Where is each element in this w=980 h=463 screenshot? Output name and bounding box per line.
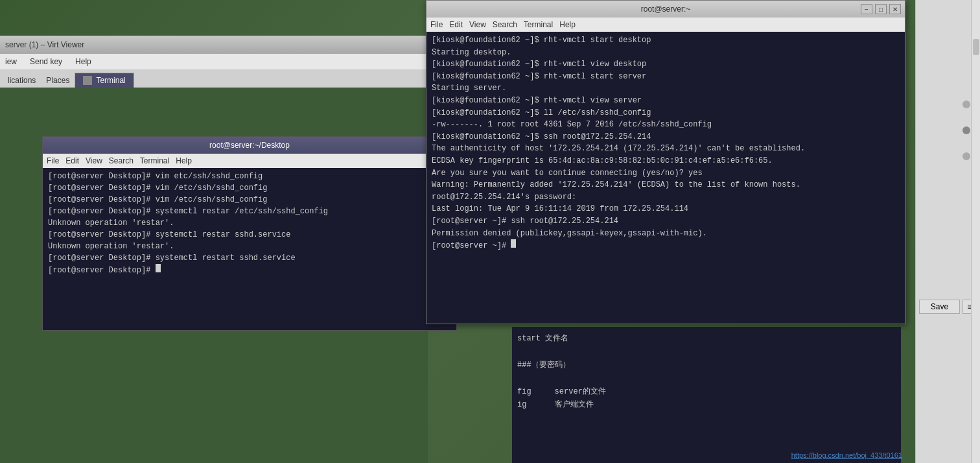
root-line-18: [root@server ~]#: [432, 239, 900, 252]
root-line-2: Starting desktop.: [432, 47, 900, 59]
terminal-root-title: root@server:~: [641, 5, 691, 14]
terminal-line-1: [root@server Desktop]# vim etc/ssh/sshd_…: [48, 171, 451, 182]
root-line-16: [root@server ~]# ssh root@172.25.254.214: [432, 215, 900, 228]
terminal-desktop-title: root@server:~/Desktop: [209, 141, 290, 150]
root-line-9: [kiosk@foundation62 ~]$ ssh root@172.25.…: [432, 131, 900, 143]
virt-viewer-menu-view[interactable]: iew: [3, 56, 19, 67]
terminal-line-8: [root@server Desktop]# systemctl restart…: [48, 252, 451, 264]
bottom-line-6: ig 客户端文件: [517, 398, 896, 411]
root-line-3: [kiosk@foundation62 ~]$ rht-vmctl view d…: [432, 58, 900, 71]
tab-applications[interactable]: lications: [3, 73, 41, 88]
maximize-button[interactable]: □: [875, 4, 887, 14]
terminal-root-titlebar: root@server:~ − □ ✕: [426, 1, 905, 18]
terminal-line-4: [root@server Desktop]# systemctl restar …: [48, 206, 451, 217]
terminal-line-6: [root@server Desktop]# systemctl restar …: [48, 229, 451, 241]
virt-viewer-titlebar: server (1) – Virt Viewer: [0, 36, 428, 54]
terminal-line-7: Unknown operation 'restar'.: [48, 241, 451, 252]
terminal-desktop-menu-edit[interactable]: Edit: [65, 156, 79, 165]
bottom-panel: start 文件名 ###（要密码） fig server的文件 ig 客户端文…: [512, 327, 901, 463]
root-line-17: Permission denied (publickey,gssapi-keye…: [432, 228, 900, 240]
terminal-tab-icon: [83, 76, 92, 85]
blog-link[interactable]: https://blog.csdn.net/boj_433/t0161: [791, 451, 902, 459]
root-line-12: Are you sure you want to continue connec…: [432, 167, 900, 180]
terminal-desktop-menu-file[interactable]: File: [47, 156, 59, 165]
terminal-root-menu-edit[interactable]: Edit: [449, 20, 463, 29]
scrollbar-thumb[interactable]: [973, 39, 979, 55]
root-line-6: [kiosk@foundation62 ~]$ rht-vmctl view s…: [432, 95, 900, 107]
terminal-desktop-window: root@server:~/Desktop File Edit View Sea…: [42, 136, 457, 331]
bottom-line-3: ###（要密码）: [517, 359, 896, 372]
bottom-line-4: [517, 372, 896, 385]
terminal-root-menu-file[interactable]: File: [430, 20, 443, 29]
terminal-desktop-menu-view[interactable]: View: [86, 156, 102, 165]
terminal-line-3: [root@server Desktop]# vim /etc/ssh/sshd…: [48, 194, 451, 206]
root-line-11: ECDSA key fingerprint is 65:4d:ac:8a:c9:…: [432, 155, 900, 167]
root-line-5: Starting server.: [432, 82, 900, 95]
root-line-4: [kiosk@foundation62 ~]$ rht-vmctl start …: [432, 71, 900, 83]
root-line-15: Last login: Tue Apr 9 16:11:14 2019 from…: [432, 203, 900, 215]
tab-terminal-label: Terminal: [96, 76, 125, 85]
terminal-root-menu-help[interactable]: Help: [559, 20, 576, 29]
tab-places[interactable]: Places: [41, 73, 75, 88]
terminal-root-menubar: File Edit View Search Terminal Help: [426, 18, 905, 32]
titlebar-buttons: − □ ✕: [861, 4, 901, 14]
root-line-7: [kiosk@foundation62 ~]$ ll /etc/ssh/sshd…: [432, 107, 900, 119]
tab-terminal[interactable]: Terminal: [75, 73, 134, 88]
virt-viewer-title: server (1) – Virt Viewer: [5, 40, 84, 49]
terminal-line-2: [root@server Desktop]# vim /etc/ssh/sshd…: [48, 182, 451, 194]
desktop: 🏠 home 🗑 Trash server (1) – Virt Viewer …: [0, 0, 980, 463]
virt-viewer-menubar: iew Send key Help: [0, 54, 428, 69]
slider-dot-3[interactable]: [962, 152, 970, 160]
terminal-root-menu-view[interactable]: View: [469, 20, 486, 29]
virt-viewer-menu-help[interactable]: Help: [73, 56, 94, 67]
terminal-desktop-menu-terminal[interactable]: Terminal: [140, 156, 169, 165]
root-line-13: Warning: Permanently added '172.25.254.2…: [432, 179, 900, 191]
virt-viewer-tabs: lications Places Terminal: [0, 69, 428, 88]
terminal-root-menu-terminal[interactable]: Terminal: [524, 20, 553, 29]
save-button[interactable]: Save: [919, 300, 960, 314]
scrollbar-track: [971, 0, 980, 463]
terminal-root-window: root@server:~ − □ ✕ File Edit View Searc…: [426, 0, 905, 324]
root-line-1: [kiosk@foundation62 ~]$ rht-vmctl start …: [432, 34, 900, 47]
terminal-desktop-titlebar: root@server:~/Desktop: [43, 137, 456, 154]
bottom-line-5: fig server的文件: [517, 385, 896, 398]
terminal-desktop-content[interactable]: [root@server Desktop]# vim etc/ssh/sshd_…: [43, 168, 456, 330]
terminal-line-5: Unknown operation 'restar'.: [48, 217, 451, 229]
terminal-line-9: [root@server Desktop]#: [48, 264, 451, 276]
root-line-14: root@172.25.254.214's password:: [432, 191, 900, 204]
terminal-root-content[interactable]: [kiosk@foundation62 ~]$ rht-vmctl start …: [426, 32, 905, 324]
virt-viewer-menu-sendkey[interactable]: Send key: [27, 56, 65, 67]
terminal-desktop-menu-help[interactable]: Help: [176, 156, 192, 165]
slider-dot-2[interactable]: [962, 126, 970, 134]
terminal-desktop-menubar: File Edit View Search Terminal Help: [43, 154, 456, 168]
save-button-area: Save ≡: [919, 300, 977, 314]
bottom-line-2: [517, 345, 896, 358]
right-panel: Save ≡: [915, 0, 980, 463]
root-line-8: -rw-------. 1 root root 4361 Sep 7 2016 …: [432, 119, 900, 131]
terminal-root-menu-search[interactable]: Search: [493, 20, 517, 29]
close-button[interactable]: ✕: [889, 4, 901, 14]
terminal-desktop-menu-search[interactable]: Search: [109, 156, 134, 165]
minimize-button[interactable]: −: [861, 4, 872, 14]
slider-dot-1[interactable]: [962, 101, 970, 108]
bottom-line-1: start 文件名: [517, 332, 896, 345]
root-line-10: The authenticity of host '172.25.254.214…: [432, 143, 900, 155]
